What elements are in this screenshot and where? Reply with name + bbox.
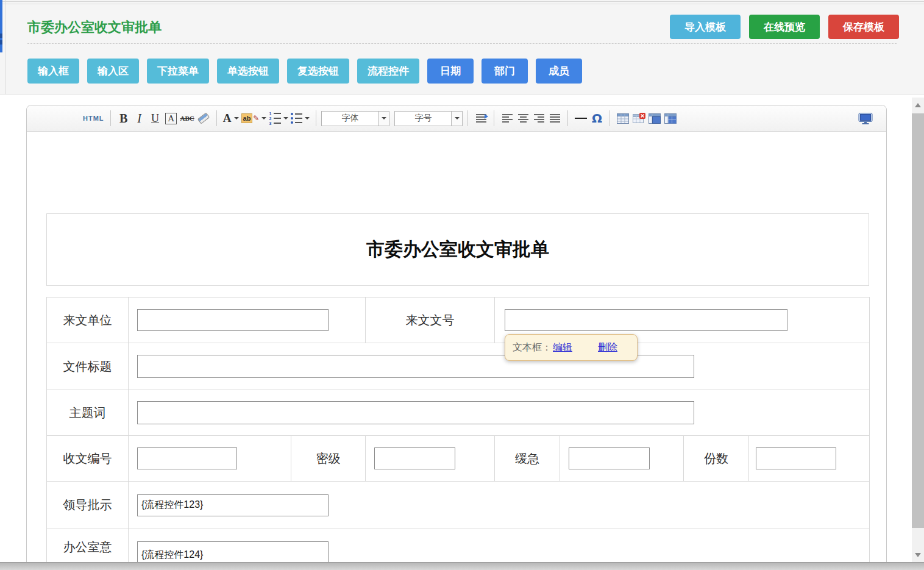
font-size-select[interactable]: 字号 <box>394 111 463 126</box>
import-template-button[interactable]: 导入模板 <box>670 15 741 39</box>
underline-button[interactable]: U <box>147 110 163 127</box>
vertical-scrollbar[interactable] <box>912 98 924 562</box>
app-header: 市委办公室收文审批单 导入模板 在线预览 保存模板 输入框 输入区 下拉菜单 单… <box>0 0 924 94</box>
chevron-down-icon <box>261 117 266 119</box>
table-row: 收文编号 密级 缓急 份数 <box>47 436 870 482</box>
receipt-no-input[interactable] <box>137 447 237 469</box>
fullscreen-button[interactable] <box>857 110 874 127</box>
component-flow-control-button[interactable]: 流程控件 <box>357 59 419 84</box>
remove-format-button[interactable] <box>196 110 211 127</box>
chevron-down-icon <box>382 117 386 119</box>
horizontal-rule-button[interactable] <box>573 110 589 127</box>
tooltip-label: 文本框： <box>513 341 552 354</box>
toolbar-divider <box>494 110 494 126</box>
table-cell-properties-button[interactable] <box>647 110 663 127</box>
source-unit-label: 来文单位 <box>47 297 129 343</box>
arrow-up-icon <box>915 103 921 107</box>
doc-number-label: 来文文号 <box>366 297 495 343</box>
highlight-color-button[interactable]: ab✎ <box>240 110 268 127</box>
subject-input[interactable] <box>137 401 694 424</box>
secrecy-input[interactable] <box>374 447 455 469</box>
font-size-dropdown-button[interactable] <box>451 112 462 126</box>
component-member-button[interactable]: 成员 <box>536 59 582 84</box>
bold-button[interactable]: B <box>116 110 132 127</box>
ordered-list-icon: 1 2 3 <box>269 112 281 125</box>
table-row: 主题词 <box>47 390 870 436</box>
toolbar-divider <box>467 110 468 126</box>
pencil-icon: ✎ <box>253 114 259 123</box>
document-title-cell[interactable]: 市委办公室收文审批单 <box>46 213 869 286</box>
doc-number-input[interactable] <box>505 309 787 331</box>
dashed-separator <box>27 43 897 44</box>
rich-text-editor: HTML B I U A ABC A ab✎ 1 2 3 字体 字号 <box>26 105 887 570</box>
component-date-button[interactable]: 日期 <box>427 59 474 84</box>
align-left-button[interactable] <box>499 110 515 127</box>
html-source-label: HTML <box>83 115 104 122</box>
horizontal-rule-icon <box>575 118 587 119</box>
special-char-button[interactable]: Ω <box>589 110 605 127</box>
copies-label: 份数 <box>684 436 749 482</box>
scrollbar-thumb[interactable] <box>912 113 924 528</box>
tooltip-delete-link[interactable]: 删除 <box>598 341 617 354</box>
align-justify-button[interactable] <box>547 110 563 127</box>
align-justify-icon <box>550 114 560 123</box>
form-table: 来文单位 来文文号 文件标题 主题词 收文编号 密级 缓急 份数 <box>46 297 870 570</box>
scroll-up-button[interactable] <box>912 98 924 112</box>
copies-input[interactable] <box>756 447 836 469</box>
component-department-button[interactable]: 部门 <box>482 59 528 84</box>
unordered-list-button[interactable] <box>290 110 311 127</box>
component-palette: 输入框 输入区 下拉菜单 单选按钮 复选按钮 流程控件 日期 部门 成员 <box>27 59 582 84</box>
strikethrough-button[interactable]: ABC <box>179 110 196 127</box>
indent-icon <box>476 114 486 123</box>
font-family-select[interactable]: 字体 <box>321 111 389 126</box>
toolbar-divider <box>567 110 568 126</box>
table-row: 文件标题 <box>47 343 870 390</box>
component-radio-button[interactable]: 单选按钮 <box>217 59 279 84</box>
table-cell-properties-icon <box>649 113 661 124</box>
editor-toolbar: HTML B I U A ABC A ab✎ 1 2 3 字体 字号 <box>27 105 886 132</box>
urgency-input[interactable] <box>569 447 650 469</box>
component-input-box-button[interactable]: 输入框 <box>27 59 79 84</box>
component-dropdown-button[interactable]: 下拉菜单 <box>147 59 209 84</box>
doc-title-cell <box>129 343 870 390</box>
online-preview-button[interactable]: 在线预览 <box>749 15 820 39</box>
indent-button[interactable] <box>473 110 489 127</box>
background-window-edge <box>0 0 2 52</box>
background-window-mark <box>0 34 2 38</box>
insert-table-button[interactable] <box>615 110 631 127</box>
table-row: 领导批示 <box>47 482 870 529</box>
align-center-icon <box>518 114 528 123</box>
editor-content[interactable]: 市委办公室收文审批单 来文单位 来文文号 文件标题 主题词 收文 <box>27 213 886 570</box>
window-frame-line <box>5 0 5 94</box>
font-color-button[interactable]: A <box>222 110 240 127</box>
table-row-properties-icon <box>664 113 677 124</box>
tooltip-edit-link[interactable]: 编辑 <box>553 341 572 354</box>
delete-table-button[interactable] <box>631 110 647 127</box>
align-right-button[interactable] <box>531 110 547 127</box>
html-source-button[interactable]: HTML <box>82 110 105 127</box>
italic-button[interactable]: I <box>132 110 147 127</box>
chevron-down-icon <box>283 117 288 119</box>
source-unit-input[interactable] <box>137 309 329 331</box>
table-row: 来文单位 来文文号 <box>47 297 870 343</box>
window-top-line-2 <box>0 4 924 4</box>
window-top-line <box>0 1 924 2</box>
fullscreen-monitor-icon <box>858 113 873 124</box>
page-title: 市委办公室收文审批单 <box>27 18 162 37</box>
toolbar-divider <box>110 110 111 126</box>
component-checkbox-button[interactable]: 复选按钮 <box>287 59 349 84</box>
ordered-list-button[interactable]: 1 2 3 <box>268 110 290 127</box>
table-row-properties-button[interactable] <box>663 110 678 127</box>
leader-note-input[interactable] <box>137 494 329 516</box>
urgency-cell <box>560 436 684 482</box>
font-style-button[interactable]: A <box>163 110 179 127</box>
align-center-button[interactable] <box>515 110 531 127</box>
background-window-mark <box>0 40 2 45</box>
insert-table-icon <box>617 113 629 124</box>
font-family-dropdown-button[interactable] <box>378 112 389 126</box>
component-input-area-button[interactable]: 输入区 <box>87 59 139 84</box>
doc-title-label: 文件标题 <box>47 343 129 390</box>
save-template-button[interactable]: 保存模板 <box>828 15 899 39</box>
scroll-down-button[interactable] <box>912 547 924 562</box>
unordered-list-icon <box>291 113 302 124</box>
